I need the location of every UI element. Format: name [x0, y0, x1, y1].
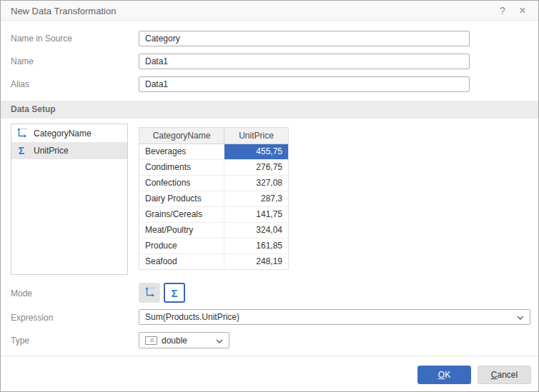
table-row: Beverages 455,75 — [139, 144, 288, 160]
title-bar: New Data Transformation ? × — [1, 1, 538, 21]
cancel-rest: ancel — [497, 370, 518, 380]
table-row: Grains/Cereals 141,75 — [139, 207, 288, 223]
alias-label: Alias — [11, 79, 29, 89]
cancel-button[interactable]: Cancel — [478, 366, 531, 384]
field-listbox: CategoryName Σ UnitPrice — [11, 124, 128, 275]
help-icon[interactable]: ? — [493, 1, 513, 21]
cell-value[interactable]: 276,75 — [224, 160, 288, 175]
table-row: Condiments 276,75 — [139, 160, 288, 176]
type-value: double — [162, 336, 212, 346]
name-in-source-label: Name in Source — [11, 34, 72, 44]
cell-value[interactable]: 327,08 — [224, 176, 288, 191]
mode-measure-button[interactable]: Σ — [164, 283, 185, 303]
sigma-icon: Σ — [16, 145, 27, 156]
type-dropdown[interactable]: .0 double — [139, 332, 229, 348]
chevron-down-icon — [517, 312, 524, 322]
table-row: Meat/Poultry 324,04 — [139, 223, 288, 238]
list-item-label: CategoryName — [34, 129, 92, 139]
chevron-down-icon — [216, 336, 223, 346]
list-item-unitprice[interactable]: Σ UnitPrice — [11, 142, 127, 159]
cell-category[interactable]: Seafood — [139, 254, 224, 269]
ok-mnemonic: O — [438, 370, 445, 380]
dimension-icon — [16, 127, 27, 141]
close-icon[interactable]: × — [513, 1, 533, 21]
expression-label: Expression — [11, 313, 53, 323]
cell-value[interactable]: 161,85 — [224, 238, 288, 253]
name-in-source-input[interactable] — [139, 31, 470, 46]
expression-combobox[interactable]: Sum(Products.UnitPrice) — [139, 309, 530, 325]
cell-category[interactable]: Grains/Cereals — [139, 207, 224, 222]
table-row: Confections 327,08 — [139, 176, 288, 191]
alias-input[interactable] — [139, 76, 470, 92]
new-data-transformation-dialog: New Data Transformation ? × Name in Sour… — [0, 0, 539, 392]
cell-category[interactable]: Meat/Poultry — [139, 223, 224, 238]
table-row: Dairy Products 287,3 — [139, 191, 288, 207]
ok-rest: K — [445, 370, 450, 380]
dimension-icon — [144, 286, 155, 300]
cell-value[interactable]: 248,19 — [224, 254, 288, 269]
cell-value[interactable]: 287,3 — [224, 191, 288, 206]
cell-category[interactable]: Condiments — [139, 160, 224, 175]
cell-value[interactable]: 141,75 — [224, 207, 288, 222]
table-row: Produce 161,85 — [139, 238, 288, 254]
dialog-title: New Data Transformation — [11, 6, 116, 16]
sigma-icon: Σ — [171, 287, 177, 299]
cell-category[interactable]: Produce — [139, 238, 224, 253]
type-label: Type — [11, 336, 29, 346]
preview-table: CategoryName UnitPrice Beverages 455,75 … — [139, 127, 289, 270]
table-row: Seafood 248,19 — [139, 254, 288, 269]
cell-category[interactable]: Dairy Products — [139, 191, 224, 206]
double-type-icon: .0 — [145, 336, 157, 345]
cell-category[interactable]: Confections — [139, 176, 224, 191]
mode-label: Mode — [11, 288, 32, 298]
mode-dimension-button[interactable] — [139, 283, 160, 303]
name-input[interactable] — [139, 54, 470, 69]
preview-table-header: CategoryName UnitPrice — [139, 128, 288, 144]
data-setup-section-header: Data Setup — [1, 101, 538, 119]
column-header-categoryname[interactable]: CategoryName — [139, 128, 224, 144]
name-label: Name — [11, 56, 34, 66]
column-header-unitprice[interactable]: UnitPrice — [224, 128, 288, 144]
list-item-categoryname[interactable]: CategoryName — [11, 125, 127, 142]
cell-value[interactable]: 324,04 — [224, 223, 288, 238]
cell-value-selected[interactable]: 455,75 — [224, 144, 288, 159]
ok-button[interactable]: OK — [417, 366, 471, 384]
expression-value: Sum(Products.UnitPrice) — [145, 312, 517, 322]
cell-category[interactable]: Beverages — [139, 144, 224, 159]
footer-separator — [1, 356, 538, 356]
list-item-label: UnitPrice — [34, 146, 69, 156]
